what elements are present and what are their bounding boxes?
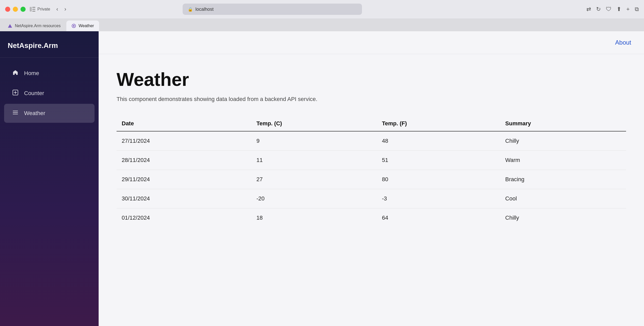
cell-temp-f: -3: [377, 189, 500, 208]
cell-date: 01/12/2024: [117, 208, 251, 228]
new-tab-icon[interactable]: +: [626, 6, 630, 13]
home-label: Home: [24, 70, 39, 77]
sidebar-brand: NetAspire.Arm: [0, 31, 99, 58]
url-text: localhost: [195, 7, 214, 12]
home-icon: [12, 69, 19, 77]
cell-date: 27/11/2024: [117, 131, 251, 151]
translate-icon[interactable]: ⇄: [586, 6, 591, 13]
sidebar-toggle[interactable]: Private: [30, 7, 50, 12]
page-description: This component demonstrates showing data…: [117, 95, 626, 103]
svg-rect-0: [30, 7, 32, 12]
menu-icon: [12, 109, 19, 117]
cell-temp-f: 51: [377, 151, 500, 170]
sidebar-item-weather[interactable]: Weather: [4, 104, 95, 123]
cell-date: 28/11/2024: [117, 151, 251, 170]
cell-temp-c: -20: [251, 189, 377, 208]
col-date: Date: [117, 116, 251, 131]
shield-icon[interactable]: 🛡: [606, 6, 611, 13]
tab-weather-label: Weather: [79, 24, 94, 28]
counter-label: Counter: [24, 90, 44, 97]
weather-nav-label: Weather: [24, 110, 45, 117]
tab-netaspire-label: NetAspire.Arm resources: [15, 24, 61, 28]
main-header: About: [99, 31, 644, 54]
sidebar-nav: Home Counter: [0, 58, 99, 129]
address-bar[interactable]: 🔒 localhost: [183, 4, 362, 15]
back-button[interactable]: ‹: [54, 5, 60, 14]
content-area: Weather This component demonstrates show…: [99, 54, 644, 326]
main-content: About Weather This component demonstrate…: [99, 31, 644, 326]
cell-summary: Chilly: [500, 208, 626, 228]
cell-date: 29/11/2024: [117, 170, 251, 189]
cell-summary: Chilly: [500, 131, 626, 151]
cell-temp-c: 18: [251, 208, 377, 228]
svg-marker-4: [8, 24, 12, 28]
sidebar-item-home[interactable]: Home: [4, 64, 95, 83]
table-row: 27/11/2024 9 48 Chilly: [117, 131, 626, 151]
tabs-icon[interactable]: ⧉: [635, 6, 639, 13]
cell-summary: Warm: [500, 151, 626, 170]
traffic-light-minimize[interactable]: [13, 7, 18, 12]
plus-square-icon: [12, 89, 19, 97]
cell-date: 30/11/2024: [117, 189, 251, 208]
svg-rect-2: [32, 9, 35, 10]
tab-weather[interactable]: Weather: [66, 21, 99, 31]
cell-summary: Bracing: [500, 170, 626, 189]
private-label: Private: [37, 7, 50, 12]
svg-rect-3: [32, 11, 35, 12]
col-temp-c: Temp. (C): [251, 116, 377, 131]
cell-temp-c: 11: [251, 151, 377, 170]
tab-netaspire[interactable]: NetAspire.Arm resources: [3, 21, 66, 31]
table-row: 30/11/2024 -20 -3 Cool: [117, 189, 626, 208]
cell-summary: Cool: [500, 189, 626, 208]
table-row: 28/11/2024 11 51 Warm: [117, 151, 626, 170]
sidebar-item-counter[interactable]: Counter: [4, 84, 95, 103]
lock-icon: 🔒: [188, 7, 193, 12]
cell-temp-c: 27: [251, 170, 377, 189]
col-temp-f: Temp. (F): [377, 116, 500, 131]
table-row: 29/11/2024 27 80 Bracing: [117, 170, 626, 189]
traffic-light-fullscreen[interactable]: [20, 7, 26, 12]
cell-temp-f: 64: [377, 208, 500, 228]
tab-bar: NetAspire.Arm resources Weather: [0, 18, 644, 31]
refresh-icon[interactable]: ↻: [596, 6, 601, 13]
weather-table: Date Temp. (C) Temp. (F) Summary 27/11/2…: [117, 116, 626, 227]
col-summary: Summary: [500, 116, 626, 131]
netaspire-tab-icon: [8, 24, 12, 28]
cell-temp-f: 48: [377, 131, 500, 151]
page-title: Weather: [117, 69, 626, 90]
sidebar: NetAspire.Arm Home Count: [0, 31, 99, 326]
weather-tab-icon: [71, 24, 76, 28]
share-icon[interactable]: ⬆: [617, 6, 621, 13]
svg-point-6: [73, 25, 75, 27]
traffic-light-close[interactable]: [5, 7, 10, 12]
cell-temp-c: 9: [251, 131, 377, 151]
forward-button[interactable]: ›: [62, 5, 68, 14]
table-row: 01/12/2024 18 64 Chilly: [117, 208, 626, 228]
svg-rect-1: [32, 7, 35, 8]
cell-temp-f: 80: [377, 170, 500, 189]
about-link[interactable]: About: [615, 39, 631, 46]
